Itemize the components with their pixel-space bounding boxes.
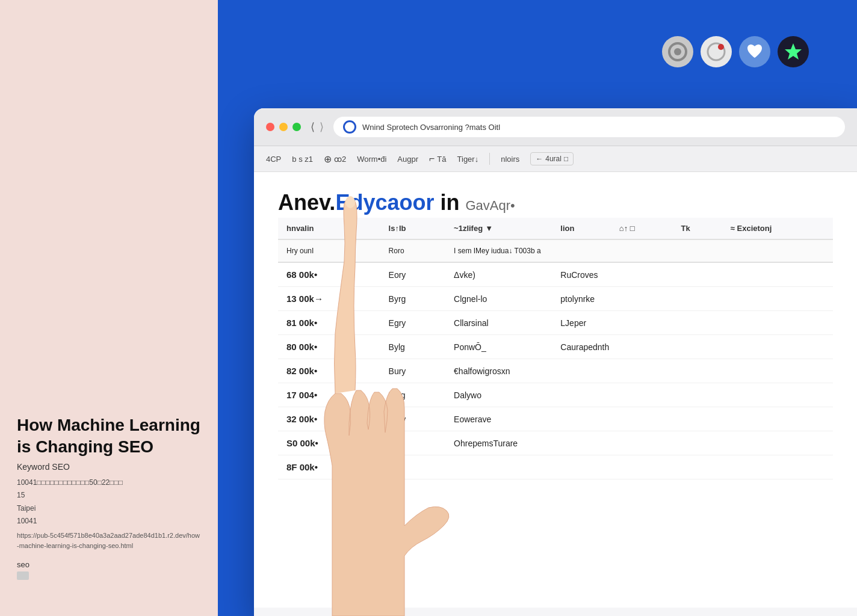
row-col3-3: Cllarsinal: [445, 311, 552, 335]
header-black-1: Anev.: [278, 190, 335, 215]
table-row: 8F 00k•: [278, 455, 833, 479]
sub-col-3: I sem IMey iudua↓ T003b a: [445, 239, 833, 262]
row-col3-2: Clgnel-lo: [445, 287, 552, 311]
row-col2-4: Bylg: [380, 335, 446, 359]
browser-toolbar: 4CP b s z1 ⊕ ꝏ2 Worm•đi Augpr ⌐ Tā Tiger…: [254, 146, 857, 172]
right-panel: ⟨ ⟩ Wnind Sprotech Ovsarroning ?mats Oit…: [218, 0, 857, 616]
col-header-5: ⌂↑ □: [611, 218, 673, 239]
col-header-2: ls↑lb: [380, 218, 446, 239]
nav-back-icon[interactable]: ⟨: [311, 120, 315, 134]
row-col2-6: Rylg: [380, 383, 446, 407]
col-header-1: hnvalin: [278, 218, 380, 239]
row-col2-1: Eory: [380, 262, 446, 287]
toolbar-item-2[interactable]: b s z1: [292, 155, 313, 164]
article-title: How Machine Learning is Changing SEO: [17, 414, 201, 458]
table-row: 81 00k• Egry Cllarsinal LJeper: [278, 311, 833, 335]
browser-content: Anev.Edycaoor in GavAqr• hnvalin ls↑lb ~…: [254, 172, 857, 608]
top-icons-area: [662, 36, 809, 67]
sort-icon: ▼: [485, 224, 493, 233]
seo-label: seo: [17, 560, 201, 569]
toolbar-item-tiger[interactable]: Tiger↓: [457, 155, 479, 164]
address-bar[interactable]: Wnind Sprotech Ovsarroning ?mats Oitl: [333, 117, 845, 137]
col-header-7: ≈ Excietonj: [722, 218, 833, 239]
toolbar-worn-label: Worm•đi: [357, 155, 386, 164]
row-col2-8: Nilly: [380, 431, 446, 455]
table-row: 32 00k• Bory Eowerave: [278, 407, 833, 431]
header-blue: Edycaoor: [335, 190, 434, 215]
col-header-6: Tk: [672, 218, 722, 239]
row-col3-6: Dalywo: [445, 383, 833, 407]
article-url: https://pub-5c454f571b8e40a3a2aad27ade84…: [17, 531, 201, 550]
table-sub-header-row: Hry ounI Roro I sem IMey iudua↓ T003b a: [278, 239, 833, 262]
toolbar-separator: [489, 153, 490, 165]
row-col3-9: [445, 455, 833, 479]
filter-dropdown[interactable]: ~1zlifeg ▼: [454, 224, 543, 233]
nav-forward-icon[interactable]: ⟩: [320, 120, 324, 134]
traffic-light-yellow[interactable]: [279, 123, 288, 131]
svg-point-1: [674, 48, 681, 55]
icon-circle-4: [778, 36, 809, 67]
article-subtitle: Keyword SEO: [17, 462, 201, 472]
browser-window: ⟨ ⟩ Wnind Sprotech Ovsarroning ?mats Oit…: [254, 108, 857, 616]
toolbar-label-2: b s z1: [292, 155, 313, 164]
toolbar-item-3[interactable]: ⊕ ꝏ2: [324, 153, 346, 165]
toolbar-item-nloirs[interactable]: nloirs: [501, 155, 519, 164]
row-volume-3: 81 00k•: [278, 311, 380, 335]
table-row: 80 00k• Bylg PonwŌ_ Caurapednth: [278, 335, 833, 359]
seo-icon: [17, 571, 29, 580]
traffic-light-red[interactable]: [266, 123, 274, 131]
sub-col-2: Roro: [380, 239, 446, 262]
toolbar-label-1: 4CP: [266, 155, 281, 164]
row-volume-5: 82 00k•: [278, 359, 380, 383]
traffic-light-green[interactable]: [292, 123, 301, 131]
table-row: S0 00k• Nilly OhrepemsTurare: [278, 431, 833, 455]
article-meta: 10041□□□□□□□□□□□□50□22□□□ 15 Taipei 1004…: [17, 476, 201, 528]
toolbar-item-ta[interactable]: ⌐ Tā: [429, 153, 447, 164]
row-volume-9: 8F 00k•: [278, 455, 380, 479]
table-row: 17 004• Rylg Dalywo: [278, 383, 833, 407]
toolbar-label-3b: ꝏ2: [334, 155, 346, 164]
traffic-lights: [266, 123, 301, 131]
svg-point-3: [718, 44, 724, 50]
row-col2-2: Byrg: [380, 287, 446, 311]
table-row: 68 00k• Eory Δvke) RuCroves: [278, 262, 833, 287]
address-circle-icon: [343, 120, 356, 134]
row-col4-4: Caurapednth: [552, 335, 833, 359]
toolbar-item-1[interactable]: 4CP: [266, 155, 281, 164]
row-volume-6: 17 004•: [278, 383, 380, 407]
row-col2-7: Bory: [380, 407, 446, 431]
row-col3-8: OhrepemsTurare: [445, 431, 833, 455]
browser-chrome: ⟨ ⟩ Wnind Sprotech Ovsarroning ?mats Oit…: [254, 108, 857, 146]
toolbar-aural-box: □: [564, 155, 568, 163]
table-row: 82 00k• Bury €halfowigrosxn: [278, 359, 833, 383]
toolbar-aural-label: 4ural: [545, 155, 562, 163]
table-body: 68 00k• Eory Δvke) RuCroves 13 00k→ Byrg…: [278, 262, 833, 479]
icon-circle-1: [662, 36, 693, 67]
row-col3-1: Δvke): [445, 262, 552, 287]
toolbar-aural-icon: ←: [536, 155, 543, 163]
row-volume-8: S0 00k•: [278, 431, 380, 455]
page-header-text: Anev.Edycaoor in GavAqr•: [278, 190, 515, 215]
row-volume-7: 32 00k•: [278, 407, 380, 431]
row-col4-3: LJeper: [552, 311, 833, 335]
toolbar-item-worn[interactable]: Worm•đi: [357, 155, 386, 164]
row-volume-2: 13 00k→: [278, 287, 380, 311]
left-sidebar: How Machine Learning is Changing SEO Key…: [0, 0, 218, 616]
row-volume-4: 80 00k•: [278, 335, 380, 359]
toolbar-augpr-label: Augpr: [397, 155, 418, 164]
toolbar-item-augpr[interactable]: Augpr: [397, 155, 418, 164]
icon-circle-3: [739, 36, 770, 67]
col-header-4: lion: [552, 218, 610, 239]
row-col4-1: RuCroves: [552, 262, 833, 287]
address-bar-text: Wnind Sprotech Ovsarroning ?mats Oitl: [362, 123, 500, 132]
icon-circle-2: [701, 36, 732, 67]
row-col4-2: ptolynrke: [552, 287, 833, 311]
resize-icon: □: [630, 224, 635, 233]
toolbar-ta-label: Tā: [437, 155, 446, 164]
toolbar-item-aural[interactable]: ← 4ural □: [530, 152, 574, 165]
row-col2-9: [380, 455, 446, 479]
row-col3-7: Eowerave: [445, 407, 833, 431]
toolbar-nloirs-label: nloirs: [501, 155, 519, 164]
col-header-3: ~1zlifeg ▼: [445, 218, 552, 239]
sub-col-1: Hry ounI: [278, 239, 380, 262]
